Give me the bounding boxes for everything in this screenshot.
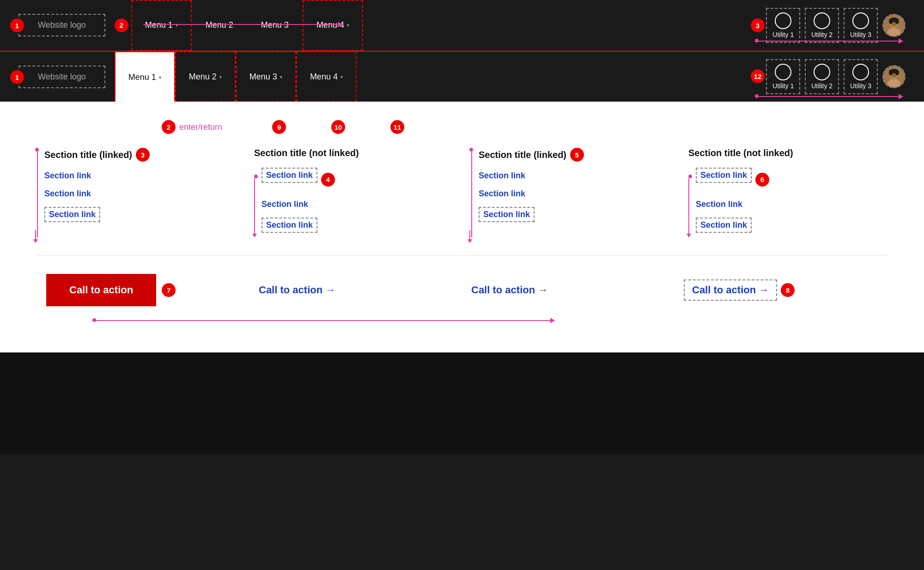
col1-title[interactable]: Section title (linked) <box>44 150 132 160</box>
badge-6: 6 <box>755 173 769 187</box>
col1-pink-dot-top <box>35 148 39 152</box>
pink-arrow-menus-top <box>143 24 342 25</box>
col3-title[interactable]: Section title (linked) <box>479 150 566 160</box>
chevron-menu2-active: ▾ <box>219 74 222 79</box>
col3-link-1[interactable]: Section link <box>479 171 670 181</box>
cta-link-4[interactable]: Call to action → <box>684 279 777 301</box>
utility-section-active: Utility 1 Utility 2 Utility 3 <box>766 59 906 94</box>
chevron-menu3-active: ▾ <box>280 74 282 79</box>
utility-3-top[interactable]: Utility 3 <box>844 8 878 43</box>
col-4: Section title (not linked) Section link … <box>679 143 896 246</box>
cta-pink-arrow <box>92 320 554 321</box>
badge-3-col1: 3 <box>136 148 150 162</box>
chevron-menu4-active: ▾ <box>340 74 343 79</box>
col4-pink-line <box>688 178 689 234</box>
col4-link-3[interactable]: Section link <box>696 218 752 233</box>
chevron-menu4-top: ▾ <box>347 23 349 28</box>
badge-2-dropdown: 2 <box>162 120 176 134</box>
utility-circle-1-top <box>775 12 791 29</box>
badge-9: 9 <box>272 120 286 134</box>
col3-link-3[interactable]: Section link <box>479 207 535 222</box>
menu-item-3-active[interactable]: Menu 3 ▾ <box>236 51 296 102</box>
chevron-menu1-top: ▾ <box>176 23 178 28</box>
avatar-face-active <box>883 66 905 87</box>
badge-11: 11 <box>390 120 404 134</box>
utility-circle-2-active <box>814 64 830 80</box>
badge-4: 4 <box>321 173 335 187</box>
badge-row: 2 enter/return 9 10 11 <box>18 120 906 134</box>
col1-title-row: Section title (linked) 3 <box>44 148 236 162</box>
col-1: Section title (linked) 3 Section link Se… <box>28 143 245 246</box>
col2-pink-dot <box>254 175 258 178</box>
col4-pink-dot <box>688 175 692 178</box>
utility-2-top[interactable]: Utility 2 <box>805 8 839 43</box>
chevron-menu1-active: ▾ <box>159 75 161 80</box>
utility-1-top[interactable]: Utility 1 <box>766 8 800 43</box>
svg-point-12 <box>889 70 893 75</box>
col-2: Section title (not linked) Section link … <box>245 143 462 246</box>
badge-8: 8 <box>781 283 795 297</box>
section-columns: Section title (linked) 3 Section link Se… <box>18 139 906 255</box>
menu-item-4-top[interactable]: Menu 4 ▾ <box>303 0 363 51</box>
col3-pink-dot-top <box>469 148 473 152</box>
col4-title: Section title (not linked) <box>688 148 793 158</box>
col1-pink-line <box>37 149 38 237</box>
svg-point-6 <box>895 18 899 24</box>
utility-circle-1-active <box>775 64 791 80</box>
logo-top: Website logo <box>18 14 105 36</box>
enter-return-label: enter/return <box>179 122 222 132</box>
utility-2-active[interactable]: Utility 2 <box>805 59 839 94</box>
col2-link-1[interactable]: Section link <box>261 168 317 183</box>
cta-button-1[interactable]: Call to action <box>46 274 156 306</box>
utility-section-top: Utility 1 Utility 2 Utility 3 <box>766 8 906 43</box>
menu-item-2-active[interactable]: Menu 2 ▾ <box>175 51 236 102</box>
menu-item-3-top[interactable]: Menu 3 <box>247 0 303 51</box>
col-3: Section title (linked) 5 Section link Se… <box>462 143 679 246</box>
pink-arrow-utilities-top <box>755 41 903 42</box>
col3-pink-arrow-bottom <box>469 230 470 239</box>
badge-10: 10 <box>331 120 345 134</box>
cta-section: Call to action 7 Call to action → Call t… <box>18 255 906 334</box>
menu-item-1-active[interactable]: Menu 1 ▾ <box>115 51 175 102</box>
badge-12-active: 12 <box>751 69 765 83</box>
col1-links: Section link Section link Section link <box>44 171 236 230</box>
svg-point-13 <box>895 70 899 75</box>
cta-link-3[interactable]: Call to action → <box>471 284 548 296</box>
badge-1-top: 1 <box>10 18 24 32</box>
cta-link-2[interactable]: Call to action → <box>259 284 335 296</box>
col2-title: Section title (not linked) <box>254 148 359 158</box>
col3-link-2[interactable]: Section link <box>479 189 670 199</box>
utility-1-active[interactable]: Utility 1 <box>766 59 800 94</box>
col1-pink-arrow-bottom <box>35 230 36 239</box>
nav-menu-active: Menu 1 ▾ Menu 2 ▾ Menu 3 ▾ Menu 4 ▾ <box>115 51 766 102</box>
avatar-top[interactable] <box>882 14 906 37</box>
col4-link-1[interactable]: Section link <box>696 168 752 183</box>
badge-2-top: 2 <box>115 18 128 32</box>
cta-col-1: Call to action 7 <box>37 274 249 306</box>
logo-active: Website logo <box>18 66 105 88</box>
col2-title-row: Section title (not linked) <box>254 148 453 158</box>
menu-item-1-top[interactable]: Menu 1 ▾ <box>131 0 192 51</box>
badge-3-top: 3 <box>751 18 765 32</box>
col1-link-1[interactable]: Section link <box>44 171 236 181</box>
pink-arrow-utilities-active <box>755 96 903 97</box>
utility-circle-3-top <box>852 12 869 29</box>
avatar-active[interactable] <box>882 65 906 88</box>
col1-link-3[interactable]: Section link <box>44 207 100 222</box>
menu-item-4-active[interactable]: Menu 4 ▾ <box>296 51 357 102</box>
col4-title-row: Section title (not linked) <box>688 148 887 158</box>
menu-item-2-top[interactable]: Menu 2 <box>192 0 247 51</box>
col2-link-2[interactable]: Section link <box>261 200 453 209</box>
col4-link1-row: Section link 6 <box>688 168 887 191</box>
cta-col-2: Call to action → <box>249 284 462 296</box>
cta-col-4: Call to action → 8 <box>675 279 887 301</box>
utility-3-active[interactable]: Utility 3 <box>844 59 878 94</box>
col2-link1-row: Section link 4 <box>254 168 453 191</box>
utility-circle-2-top <box>814 12 830 29</box>
col4-link-2[interactable]: Section link <box>696 200 887 209</box>
col1-link-2[interactable]: Section link <box>44 189 236 199</box>
dropdown-panel: 2 enter/return 9 10 11 Section title (li… <box>0 102 924 352</box>
col3-title-row: Section title (linked) 5 <box>479 148 670 162</box>
badge-7: 7 <box>162 283 176 297</box>
col2-link-3[interactable]: Section link <box>261 218 317 233</box>
